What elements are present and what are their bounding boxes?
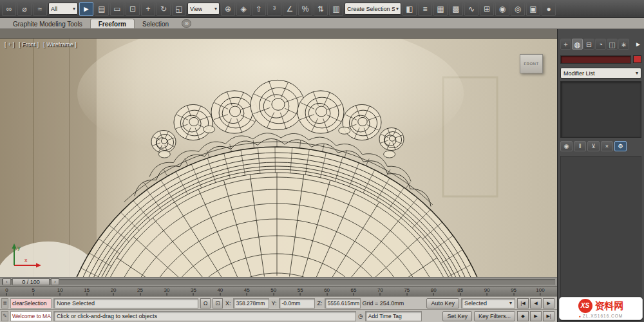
frame-tick: 15 [84, 287, 90, 296]
z-coordinate-label: Z: [317, 300, 323, 307]
next-frame-button[interactable]: ▶ [530, 311, 542, 321]
set-key-button[interactable]: Set Key [442, 311, 472, 321]
render-production-icon[interactable]: ● [542, 2, 556, 16]
modifier-stack[interactable] [560, 81, 641, 138]
motion-tab-icon[interactable]: ◔ [595, 39, 606, 50]
tab-freeform[interactable]: Freeform [90, 19, 135, 28]
select-and-rotate-icon[interactable]: ↻ [156, 2, 171, 16]
window-crossing-toggle-icon[interactable]: ⊡ [126, 2, 140, 16]
time-slider-row: ‹ 0 / 100 › [0, 277, 557, 286]
y-coordinate-field[interactable]: -0.0mm [279, 298, 315, 308]
show-end-result-icon[interactable]: ‖ [574, 141, 586, 151]
key-mode-toggle-button[interactable]: ◆ [517, 311, 529, 321]
select-by-name-icon[interactable]: ▤ [95, 2, 109, 16]
maxscript-listener-icon[interactable]: ≣ [1, 298, 8, 308]
configure-modifier-sets-icon[interactable]: ⚙ [614, 141, 627, 151]
time-slider-forward-button[interactable]: › [51, 278, 59, 285]
macro-recorder-icon[interactable]: ✎ [1, 311, 8, 321]
hierarchy-tab-icon[interactable]: ⊟ [583, 39, 594, 50]
axis-y-label: y [17, 245, 21, 251]
utilities-tab-icon[interactable]: ∗ [618, 39, 629, 50]
logo-subtitle: ZL.XS1616.COM [583, 314, 623, 318]
curve-editor-icon[interactable]: ∿ [464, 2, 478, 16]
frame-tick: 70 [377, 287, 383, 296]
main-content: [ + ] [ Front ] [ Wireframe ] FRONT x y [0, 29, 644, 322]
select-and-scale-icon[interactable]: ◱ [172, 2, 186, 16]
go-to-start-button[interactable]: |◀ [517, 298, 529, 308]
chevron-down-icon: ▾ [509, 299, 512, 308]
x-coordinate-label: X: [225, 300, 231, 307]
auto-key-button[interactable]: Auto Key [426, 298, 459, 308]
time-slider-handle[interactable]: 0 / 100 [12, 278, 50, 285]
layer-manager-icon[interactable]: ▦ [433, 2, 448, 16]
viewport-shading-menu[interactable]: [ Wireframe ] [43, 41, 77, 48]
remove-modifier-icon[interactable]: × [601, 141, 613, 151]
frame-tick: 55 [298, 287, 303, 296]
rendered-frame-window-icon[interactable]: ▣ [526, 2, 540, 16]
make-unique-icon[interactable]: ⊻ [587, 141, 600, 151]
edit-named-selection-sets-icon[interactable]: ▥ [329, 2, 343, 16]
go-to-end-button[interactable]: ▶| [543, 311, 554, 321]
tab-selection[interactable]: Selection [135, 19, 176, 28]
unlink-selection-icon[interactable]: ⌀ [17, 2, 32, 16]
spinner-snap-toggle-icon[interactable]: ⇅ [314, 2, 328, 16]
pin-stack-icon[interactable]: ◉ [560, 141, 573, 151]
viewport-general-menu[interactable]: [ + ] [5, 41, 14, 48]
front-viewport[interactable]: [ + ] [ Front ] [ Wireframe ] FRONT x y [0, 39, 557, 277]
object-name-field[interactable] [560, 55, 631, 64]
modify-tab-icon[interactable]: ◍ [572, 39, 583, 50]
axis-x-label: x [24, 257, 28, 263]
maxscript-listener-output-line[interactable]: Welcome to MAX! [10, 311, 52, 321]
selection-lock-icon[interactable]: Ω [200, 298, 211, 308]
absolute-offset-toggle-icon[interactable]: ⊡ [213, 298, 223, 308]
ribbon-tab-bar: Graphite Modeling ToolsFreeformSelection… [0, 18, 644, 29]
selection-filter-dropdown[interactable]: All▾ [48, 3, 78, 15]
percent-snap-toggle-icon[interactable]: % [298, 2, 312, 16]
panel-rollout-arrow-icon[interactable]: ► [635, 41, 641, 48]
display-tab-icon[interactable]: ◫ [607, 39, 618, 50]
frame-tick: 95 [511, 287, 516, 296]
align-icon[interactable]: ≡ [418, 2, 432, 16]
named-selection-sets-dropdown[interactable]: Create Selection Se▾ [345, 3, 401, 15]
viewport-pov-menu[interactable]: [ Front ] [19, 41, 39, 48]
bind-to-space-warp-icon[interactable]: ≈ [33, 2, 47, 16]
prompt-line: Click or click-and-drag to select object… [53, 311, 356, 321]
rectangular-selection-region-icon[interactable]: ▭ [110, 2, 124, 16]
key-mode-dropdown[interactable]: Selected ▾ [461, 298, 515, 308]
time-slider-back-button[interactable]: ‹ [3, 278, 11, 285]
chevron-down-icon: ▾ [396, 6, 399, 12]
maxscript-mini-listener-line[interactable]: clearSelection [10, 298, 52, 308]
track-bar[interactable]: 0510152025303540455055606570758085909510… [0, 286, 557, 296]
keyboard-shortcut-override-icon[interactable]: ⇧ [252, 2, 266, 16]
key-filters-button[interactable]: Key Filters... [474, 311, 515, 321]
tab-graphite-modeling-tools[interactable]: Graphite Modeling Tools [5, 19, 90, 28]
angle-snap-toggle-icon[interactable]: ∠ [283, 2, 297, 16]
x-coordinate-field[interactable]: 358.278mm [233, 298, 269, 308]
object-color-swatch[interactable] [633, 55, 641, 63]
create-tab-icon[interactable]: + [560, 39, 571, 50]
panel-empty-area [560, 156, 641, 321]
play-animation-button[interactable]: ▶ [543, 298, 554, 308]
ribbon-minimize-button[interactable]: ⊙ [182, 19, 191, 28]
z-coordinate-field[interactable]: 5556.615mm [325, 298, 361, 308]
viewcube-front-face[interactable]: FRONT [524, 62, 538, 66]
snap-toggle-3d-icon[interactable]: ³ [267, 2, 281, 16]
schematic-view-icon[interactable]: ⊞ [480, 2, 494, 16]
mirror-icon[interactable]: ◧ [402, 2, 417, 16]
chevron-down-icon: ▾ [214, 6, 217, 12]
select-object-icon[interactable]: ► [79, 2, 93, 16]
previous-frame-button[interactable]: ◀ [530, 298, 542, 308]
select-and-move-icon[interactable]: + [141, 2, 155, 16]
modifier-stack-toolbar: ◉‖⊻×⚙ [560, 140, 641, 152]
add-time-tag-field[interactable]: Add Time Tag [365, 311, 422, 321]
reference-coordinate-system-dropdown[interactable]: View▾ [187, 3, 220, 15]
render-setup-icon[interactable]: ◎ [511, 2, 525, 16]
material-editor-icon[interactable]: ◉ [495, 2, 509, 16]
select-and-manipulate-icon[interactable]: ◈ [236, 2, 251, 16]
time-slider-track[interactable] [2, 279, 555, 285]
viewcube[interactable]: FRONT [520, 54, 543, 73]
select-and-link-icon[interactable]: ∞ [2, 2, 16, 16]
modifier-list-dropdown[interactable]: Modifier List ▾ [560, 68, 641, 79]
graphite-ribbon-toggle-icon[interactable]: ▩ [449, 2, 463, 16]
use-pivot-point-center-icon[interactable]: ⊕ [221, 2, 235, 16]
